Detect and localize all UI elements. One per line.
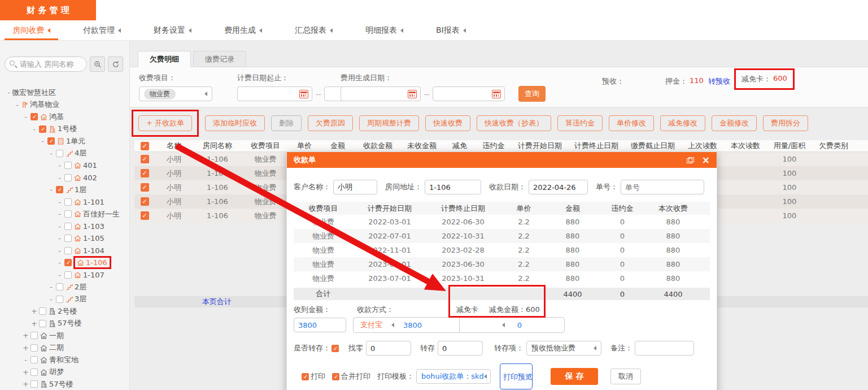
tree-checkbox[interactable]	[64, 271, 72, 279]
tree-item-微宏智慧社区[interactable]: -微宏智慧社区	[5, 86, 125, 99]
nav-item-summary-report[interactable]: 汇总报表	[287, 20, 341, 40]
collapse-icon[interactable]: -	[56, 258, 63, 267]
calendar-icon[interactable]	[492, 90, 501, 98]
tree-item-鸿基[interactable]: -鸿基	[5, 111, 125, 123]
expand-icon[interactable]: +	[23, 344, 29, 352]
tree-checkbox[interactable]	[47, 137, 55, 145]
tree-checkbox[interactable]	[56, 150, 63, 157]
collapse-icon[interactable]: -	[48, 149, 54, 158]
tree-checkbox[interactable]	[30, 356, 38, 363]
tree-checkbox[interactable]	[39, 307, 46, 315]
tree-item-1单元[interactable]: -1单元	[5, 135, 125, 148]
row-checkbox[interactable]	[141, 183, 149, 192]
tree-checkbox[interactable]	[64, 235, 72, 242]
nav-item-finance-settings[interactable]: 财务设置	[146, 20, 199, 40]
tree-item-1-104[interactable]: -1-104	[5, 245, 125, 257]
expand-icon[interactable]: +	[23, 368, 29, 376]
tree-item-1-103[interactable]: -1-103	[5, 220, 125, 233]
row-checkbox[interactable]	[141, 169, 149, 177]
search-zoom-button[interactable]	[90, 57, 105, 72]
reduction-card-link[interactable]: 减免卡	[456, 305, 478, 315]
tree-checkbox[interactable]	[30, 380, 38, 388]
nav-item-room-charge[interactable]: 房间收费	[5, 20, 58, 40]
received-amount-input[interactable]	[294, 318, 346, 332]
close-icon[interactable]: ×	[702, 155, 710, 165]
row-checkbox[interactable]	[141, 155, 149, 163]
tree-item-1号楼[interactable]: -1号楼	[5, 123, 125, 136]
calc-penalty-button[interactable]: 算违约金	[557, 115, 603, 131]
payment-method-1[interactable]: 支付宝 3800	[354, 318, 460, 332]
collapse-icon[interactable]: -	[56, 198, 63, 206]
tree-item-402[interactable]: -402	[5, 172, 125, 184]
expand-icon[interactable]: +	[31, 319, 37, 328]
reduction-edit-button[interactable]: 减免修改	[660, 115, 705, 131]
tree-item-鸿基物业[interactable]: -鸿基物业	[5, 99, 125, 111]
tree-checkbox[interactable]	[39, 125, 46, 133]
collapse-icon[interactable]: -	[56, 234, 63, 242]
fee-split-button[interactable]: 费用拆分	[763, 115, 808, 131]
customer-name-input[interactable]	[333, 180, 377, 194]
tree-item-4层[interactable]: -4层	[5, 148, 125, 160]
tree-item-1-105[interactable]: -1-105	[5, 232, 125, 245]
period-regular-billing-button[interactable]: 周期规整计费	[359, 115, 419, 131]
remark-input[interactable]	[635, 341, 694, 356]
restore-icon[interactable]	[687, 157, 694, 163]
tree-checkbox[interactable]	[30, 332, 38, 339]
tree-item-青和宝地[interactable]: -青和宝地	[5, 354, 125, 366]
payment-method-1-value[interactable]: 支付宝	[360, 320, 382, 330]
calendar-icon[interactable]	[408, 90, 417, 98]
tree-item-401[interactable]: -401	[5, 159, 125, 172]
tree-checkbox[interactable]	[30, 344, 38, 352]
add-temp-receivable-button[interactable]: 添加临时应收	[205, 115, 265, 131]
select-all-checkbox[interactable]	[141, 142, 149, 150]
receipt-no-input[interactable]	[621, 180, 704, 194]
collapse-icon[interactable]: -	[56, 161, 63, 170]
expand-icon[interactable]: +	[23, 380, 29, 388]
tree-checkbox[interactable]	[56, 283, 63, 291]
collapse-icon[interactable]: -	[40, 137, 46, 145]
to-prepaid-link[interactable]: 转预收	[708, 76, 730, 86]
quick-charge-button[interactable]: 快速收费	[425, 115, 470, 131]
tab-arrears-detail[interactable]: 欠费明细	[138, 51, 191, 67]
collapse-icon[interactable]: -	[23, 112, 29, 121]
nav-item-detail-report[interactable]: 明细报表	[357, 20, 411, 40]
tree-checkbox[interactable]	[30, 113, 38, 120]
tree-item-1-107[interactable]: -1-107	[5, 269, 125, 281]
print-template-select[interactable]: bohui收款单：skd	[416, 369, 491, 384]
tree-checkbox[interactable]	[64, 223, 72, 230]
row-checkbox[interactable]	[141, 211, 149, 220]
merge-print-checkbox[interactable]	[332, 373, 339, 380]
tree-checkbox[interactable]	[64, 247, 72, 254]
tree-checkbox[interactable]	[39, 320, 46, 327]
unit-price-edit-button[interactable]: 单价修改	[609, 115, 654, 131]
print-preview-button[interactable]: 打印预览	[500, 363, 533, 389]
collapse-icon[interactable]: -	[56, 222, 63, 231]
tree-item-2号楼[interactable]: +2号楼	[5, 305, 125, 318]
tree-checkbox[interactable]	[64, 174, 72, 181]
collapse-icon[interactable]: -	[56, 246, 63, 255]
tree-item-胡梦[interactable]: +胡梦	[5, 366, 125, 379]
nav-item-bi-report[interactable]: BI报表	[428, 20, 474, 40]
collapse-icon[interactable]: -	[56, 210, 63, 218]
query-button[interactable]: 查询	[518, 86, 546, 102]
tree-checkbox[interactable]	[56, 296, 63, 303]
tree-checkbox[interactable]	[64, 259, 72, 266]
collapse-icon[interactable]: -	[56, 174, 63, 182]
payment-method-2[interactable]: 0	[460, 318, 564, 332]
collapse-icon[interactable]: -	[14, 101, 20, 109]
tree-item-1-101[interactable]: -1-101	[5, 196, 125, 209]
row-checkbox[interactable]	[141, 197, 149, 206]
delete-button[interactable]: 删除	[271, 115, 302, 131]
collapse-icon[interactable]: -	[23, 356, 29, 364]
tree-checkbox[interactable]	[64, 162, 72, 169]
fee-item-select[interactable]: 物业费	[139, 86, 212, 101]
cancel-button[interactable]: 取消	[610, 369, 641, 384]
tree-item-一期[interactable]: +一期	[5, 330, 125, 342]
generate-start-date-input[interactable]	[341, 86, 421, 101]
tree-item-1层[interactable]: -1层	[5, 184, 125, 196]
tree-item-3层[interactable]: -3层	[5, 293, 125, 306]
print-checkbox[interactable]	[302, 373, 309, 380]
tree-item-57号楼[interactable]: +57号楼	[5, 378, 125, 390]
room-search-input[interactable]	[5, 57, 87, 72]
room-address-input[interactable]	[425, 180, 481, 194]
